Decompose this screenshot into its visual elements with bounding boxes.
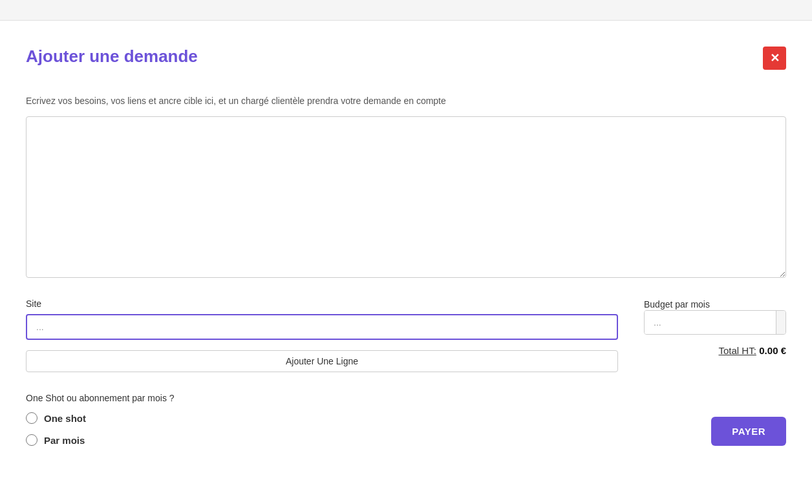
radio-group: One shot Par mois (26, 412, 786, 446)
budget-field-group: Budget par mois € Total HT: 0.00 € (644, 299, 786, 357)
budget-input-wrapper: € (644, 310, 786, 335)
top-bar (0, 0, 812, 21)
site-field-group: Site Ajouter Une Ligne (26, 299, 618, 372)
close-button[interactable]: ✕ (763, 47, 786, 70)
total-value: 0.00 € (759, 345, 786, 356)
page-container: Ajouter une demande ✕ Ecrivez vos besoin… (0, 21, 812, 472)
radio-one-shot[interactable]: One shot (26, 412, 786, 424)
main-textarea[interactable] (26, 116, 786, 278)
euro-symbol: € (776, 311, 786, 334)
total-label: Total HT: (718, 345, 756, 356)
radio-par-mois[interactable]: Par mois (26, 434, 786, 446)
payment-question: One Shot ou abonnement par mois ? (26, 393, 786, 403)
total-section: Total HT: 0.00 € (718, 345, 786, 357)
form-description: Ecrivez vos besoins, vos liens et ancre … (26, 96, 786, 106)
radio-one-shot-input[interactable] (26, 412, 37, 424)
radio-par-mois-label: Par mois (44, 435, 85, 446)
fields-row: Site Ajouter Une Ligne Budget par mois €… (26, 299, 786, 372)
payer-button[interactable]: PAYER (711, 417, 786, 446)
budget-input[interactable] (645, 311, 776, 334)
page-title: Ajouter une demande (26, 47, 198, 67)
page-header: Ajouter une demande ✕ (26, 47, 786, 70)
budget-label: Budget par mois (644, 299, 710, 310)
site-label: Site (26, 299, 618, 309)
radio-one-shot-label: One shot (44, 413, 86, 424)
add-line-button[interactable]: Ajouter Une Ligne (26, 350, 618, 372)
radio-par-mois-input[interactable] (26, 434, 37, 446)
site-input[interactable] (26, 314, 618, 340)
payment-options-section: One Shot ou abonnement par mois ? One sh… (26, 393, 786, 446)
